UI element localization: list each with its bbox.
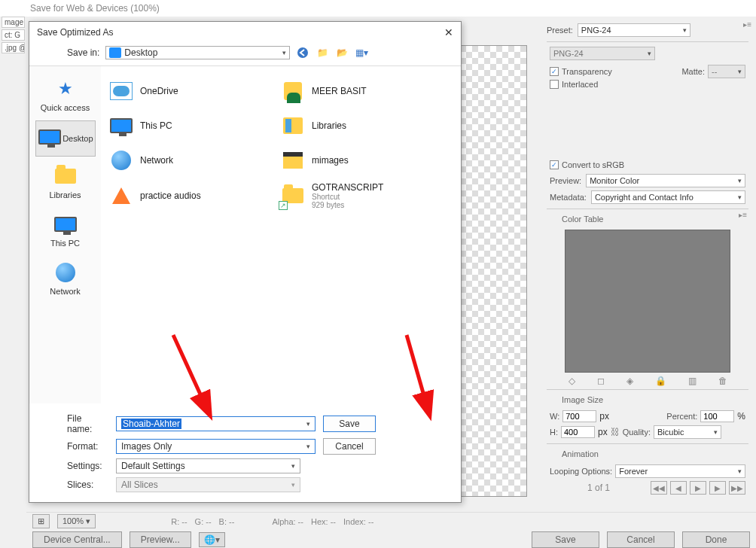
file-label: MEER BASIT bbox=[312, 86, 367, 96]
prev-frame-button[interactable]: ◀ bbox=[670, 481, 687, 495]
stat-b: B: -- bbox=[219, 517, 235, 526]
up-icon[interactable]: 📁 bbox=[316, 46, 329, 59]
ct-icon[interactable]: ◇ bbox=[569, 376, 575, 386]
file-label: GOTRANSCRIPT bbox=[312, 182, 383, 193]
zoom-select[interactable]: 100% ▾ bbox=[57, 514, 96, 528]
folder-icon: ↗ bbox=[280, 183, 306, 209]
file-item[interactable]: MEER BASIT bbox=[280, 78, 446, 104]
file-label: Network bbox=[140, 155, 173, 166]
file-sub: 929 bytes bbox=[312, 201, 383, 209]
loop-select[interactable]: Forever▾ bbox=[615, 464, 745, 478]
new-folder-icon[interactable]: 📂 bbox=[335, 46, 349, 59]
interlaced-checkbox[interactable]: Interlaced bbox=[550, 80, 598, 89]
color-table-toolbar: ◇ ◻ ◈ 🔒 ▥ 🗑 bbox=[557, 376, 738, 386]
sidebar-item-label: Desktop bbox=[62, 134, 93, 143]
file-item[interactable]: This PC bbox=[108, 113, 274, 139]
ct-icon[interactable]: ▥ bbox=[688, 376, 697, 386]
file-item[interactable]: Network bbox=[108, 148, 274, 173]
left-strip: mage ct: G .jpg @ bbox=[0, 15, 26, 56]
format-label: Format: bbox=[37, 441, 108, 452]
svg-line-1 bbox=[173, 335, 209, 414]
metadata-select[interactable]: Copyright and Contact Info▾ bbox=[591, 190, 745, 204]
file-label: This PC bbox=[140, 120, 172, 131]
lib-icon bbox=[280, 113, 306, 139]
width-label: W: bbox=[550, 412, 559, 421]
convert-srgb-checkbox[interactable]: ✓Convert to sRGB bbox=[550, 160, 624, 169]
file-label: Libraries bbox=[312, 120, 346, 131]
monitor-icon bbox=[51, 213, 80, 236]
ct-icon[interactable]: ◻ bbox=[597, 376, 605, 386]
annotation-arrow-filename bbox=[166, 331, 226, 431]
sidebar-item-label: Libraries bbox=[38, 190, 93, 199]
cancel-button[interactable]: Cancel bbox=[323, 438, 376, 455]
image-size-section: Image Size W: px Percent: % H: px ⛓ Qual… bbox=[547, 389, 748, 443]
next-frame-button[interactable]: ▶ bbox=[709, 481, 726, 495]
browser-preview-button[interactable]: 🌐▾ bbox=[199, 532, 225, 547]
back-icon[interactable] bbox=[296, 46, 309, 59]
ct-icon[interactable]: 🗑 bbox=[718, 376, 727, 386]
file-item[interactable]: OneDrive bbox=[108, 78, 274, 104]
stat-r: R: -- bbox=[171, 517, 187, 526]
preview-button[interactable]: Preview... bbox=[130, 531, 191, 548]
star-icon: ★ bbox=[51, 78, 80, 100]
matte-select[interactable]: --▾ bbox=[708, 65, 745, 78]
monitor-icon bbox=[38, 126, 63, 148]
settings-select[interactable]: Default Settings▾ bbox=[116, 458, 300, 473]
file-item[interactable]: practice audios bbox=[108, 182, 274, 209]
close-icon[interactable]: ✕ bbox=[444, 26, 453, 38]
loop-label: Looping Options: bbox=[550, 467, 612, 476]
save-button-outer[interactable]: Save bbox=[532, 531, 599, 548]
annotation-arrow-save bbox=[399, 331, 452, 431]
stat-g: G: -- bbox=[195, 517, 212, 526]
color-table-title: Color Table bbox=[559, 215, 606, 224]
transparency-checkbox[interactable]: ✓Transparency bbox=[550, 67, 612, 76]
file-label: OneDrive bbox=[140, 86, 178, 96]
animation-section: Animation Looping Options: Forever▾ 1 of… bbox=[547, 443, 748, 499]
play-button[interactable]: ▶ bbox=[690, 481, 706, 495]
preset-label: Preset: bbox=[547, 26, 573, 35]
width-input[interactable] bbox=[562, 410, 596, 422]
percent-input[interactable] bbox=[700, 410, 734, 422]
color-table-section: Color Table ▸≡ ◇ ◻ ◈ 🔒 ▥ 🗑 bbox=[547, 209, 748, 389]
height-input[interactable] bbox=[561, 426, 595, 438]
cancel-button-outer[interactable]: Cancel bbox=[607, 531, 675, 548]
status-bar: ⊞ 100% ▾ R: -- G: -- B: -- Alpha: -- Hex… bbox=[26, 512, 756, 548]
file-item[interactable]: mimages bbox=[280, 148, 446, 173]
folder-icon bbox=[51, 165, 80, 187]
ct-icon[interactable]: 🔒 bbox=[655, 376, 666, 386]
filename-label: File name: bbox=[37, 413, 108, 434]
sidebar-item-network[interactable]: Network bbox=[35, 256, 96, 301]
file-item[interactable]: Libraries bbox=[280, 113, 446, 139]
sidebar-item-label: This PC bbox=[38, 239, 93, 248]
options-panel: Preset: PNG-24▾ ▸≡ PNG-24▾ ✓Transparency… bbox=[542, 19, 753, 510]
quality-select[interactable]: Bicubic▾ bbox=[654, 425, 721, 439]
cone-icon bbox=[108, 183, 134, 209]
sidebar-item-quick-access[interactable]: ★Quick access bbox=[35, 72, 96, 117]
ct-icon[interactable]: ◈ bbox=[626, 376, 633, 386]
globe-icon bbox=[108, 148, 134, 173]
svg-point-0 bbox=[297, 47, 308, 58]
color-table-menu-icon[interactable]: ▸≡ bbox=[739, 211, 747, 219]
format-select[interactable]: Images Only▾ bbox=[116, 439, 316, 454]
sidebar-item-this-pc[interactable]: This PC bbox=[35, 208, 96, 253]
file-item[interactable]: ↗GOTRANSCRIPTShortcut929 bytes bbox=[280, 182, 446, 209]
percent-label: Percent: bbox=[666, 412, 697, 421]
preset-select[interactable]: PNG-24▾ bbox=[578, 23, 690, 37]
first-frame-button[interactable]: ◀◀ bbox=[651, 481, 667, 495]
sidebar-item-libraries[interactable]: Libraries bbox=[35, 160, 96, 205]
view-menu-icon[interactable]: ▦▾ bbox=[355, 46, 368, 59]
save-in-select[interactable]: Desktop ▾ bbox=[105, 46, 290, 59]
grid-toggle-button[interactable]: ⊞ bbox=[32, 514, 50, 528]
desktop-icon bbox=[109, 47, 121, 58]
file-format-select[interactable]: PNG-24▾ bbox=[550, 47, 655, 60]
done-button[interactable]: Done bbox=[682, 531, 750, 548]
last-frame-button[interactable]: ▶▶ bbox=[729, 481, 745, 495]
preview-select[interactable]: Monitor Color▾ bbox=[586, 174, 745, 187]
save-button[interactable]: Save bbox=[323, 416, 376, 432]
matte-label: Matte: bbox=[681, 67, 705, 76]
slices-select[interactable]: All Slices▾ bbox=[116, 477, 300, 492]
device-central-button[interactable]: Device Central... bbox=[32, 531, 122, 548]
panel-menu-icon[interactable]: ▸≡ bbox=[743, 20, 751, 29]
sidebar-item-desktop[interactable]: Desktop bbox=[35, 120, 96, 157]
link-icon[interactable]: ⛓ bbox=[611, 427, 620, 437]
